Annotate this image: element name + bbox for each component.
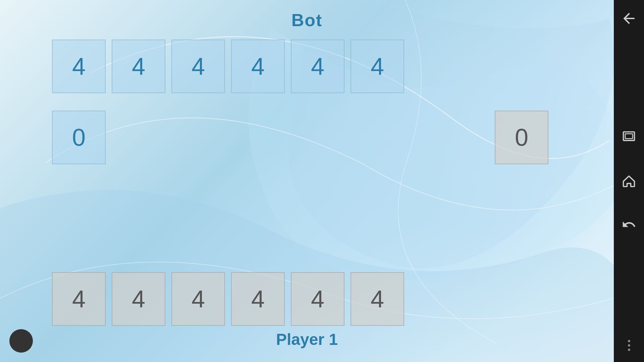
game-board: Bot 4 4 4 4 4 4 0 0 4 4 <box>0 0 614 362</box>
player-label: Player 1 <box>276 330 338 349</box>
bot-pits-row: 4 4 4 4 4 4 <box>52 40 404 93</box>
player-pit-5[interactable]: 4 <box>351 272 404 326</box>
undo-button[interactable] <box>614 209 644 240</box>
game-token <box>9 329 33 353</box>
bot-pit-2[interactable]: 4 <box>171 40 225 93</box>
undo-icon <box>622 217 636 232</box>
bot-pit-0[interactable]: 4 <box>52 40 106 93</box>
home-button[interactable] <box>614 166 644 196</box>
bot-store: 0 <box>52 111 106 164</box>
back-button[interactable] <box>614 3 644 34</box>
player-pit-2[interactable]: 4 <box>171 272 225 326</box>
recents-icon <box>622 130 636 145</box>
menu-dot-2 <box>628 344 630 347</box>
android-nav-bar <box>614 0 644 362</box>
bot-pit-5[interactable]: 4 <box>351 40 404 93</box>
player-pit-4[interactable]: 4 <box>291 272 344 326</box>
bot-pit-4[interactable]: 4 <box>291 40 344 93</box>
player-store: 0 <box>495 111 548 164</box>
player-pit-0[interactable]: 4 <box>52 272 106 326</box>
home-icon <box>622 174 636 188</box>
menu-button[interactable] <box>614 335 644 355</box>
game-title: Bot <box>291 10 323 30</box>
player-pits-row: 4 4 4 4 4 4 <box>52 272 404 326</box>
menu-dot-3 <box>628 349 630 351</box>
svg-rect-1 <box>625 134 633 139</box>
recents-button[interactable] <box>614 122 644 153</box>
player-pit-3[interactable]: 4 <box>231 272 285 326</box>
bot-pit-1[interactable]: 4 <box>112 40 165 93</box>
back-arrow-icon <box>621 10 637 27</box>
nav-icons-group <box>614 122 644 240</box>
player-pit-1[interactable]: 4 <box>112 272 165 326</box>
menu-dot-1 <box>628 340 630 342</box>
bot-pit-3[interactable]: 4 <box>231 40 285 93</box>
